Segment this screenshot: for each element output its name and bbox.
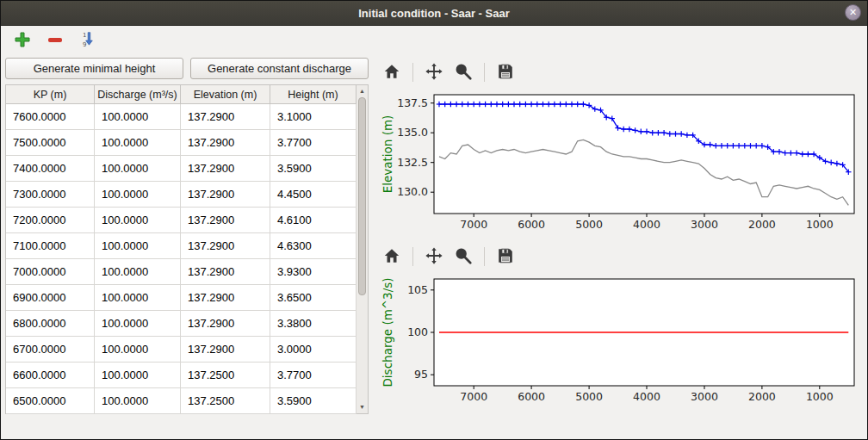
table-cell[interactable]: 137.2900 (181, 285, 270, 311)
close-button[interactable]: ✕ (845, 4, 861, 21)
table-cell[interactable]: 4.6100 (270, 208, 356, 233)
table-cell[interactable]: 137.2900 (181, 233, 270, 259)
svg-text:7000: 7000 (460, 218, 487, 231)
elevation-chart[interactable]: 7000600050004000300020001000130.0132.513… (379, 90, 859, 236)
initial-condition-table: KP (m)Discharge (m³/s)Elevation (m)Heigh… (5, 84, 356, 414)
table-cell[interactable]: 7000.0000 (6, 259, 95, 285)
table-cell[interactable]: 3.0000 (270, 337, 356, 363)
table-cell[interactable]: 100.0000 (95, 259, 181, 285)
table-cell[interactable]: 7100.0000 (6, 233, 95, 259)
table-cell[interactable]: 4.6300 (270, 233, 356, 259)
table-cell[interactable]: 137.2900 (181, 259, 270, 285)
table-cell[interactable]: 3.1000 (270, 104, 356, 130)
home-icon (382, 246, 401, 268)
discharge-chart-toolbar (379, 243, 859, 270)
svg-text:132.5: 132.5 (397, 156, 428, 169)
table-row: 7500.0000100.0000137.29003.7700 (6, 130, 356, 156)
table-cell[interactable]: 6800.0000 (6, 311, 95, 337)
scroll-down-icon[interactable]: ▼ (356, 402, 368, 412)
table-cell[interactable]: 6600.0000 (6, 363, 95, 388)
table-row: 6700.0000100.0000137.29003.0000 (6, 337, 356, 363)
table-cell[interactable]: 6900.0000 (6, 285, 95, 311)
svg-text:5000: 5000 (575, 390, 603, 403)
table-cell[interactable]: 137.2900 (181, 156, 270, 182)
add-row-button[interactable] (11, 29, 34, 52)
discharge-pan-button[interactable] (421, 245, 447, 269)
table-cell[interactable]: 100.0000 (95, 337, 181, 363)
remove-row-button[interactable] (44, 29, 66, 52)
elevation-pan-button[interactable] (421, 60, 447, 84)
toolbar-separator (412, 63, 413, 82)
table-cell[interactable]: 137.2900 (181, 337, 270, 363)
table-cell[interactable]: 100.0000 (95, 233, 181, 259)
buttons-row: Generate minimal height Generate constan… (5, 55, 369, 79)
elevation-home-button[interactable] (379, 60, 405, 84)
table-cell[interactable]: 6700.0000 (6, 337, 95, 363)
column-header[interactable]: Elevation (m) (181, 85, 270, 104)
column-header[interactable]: Height (m) (270, 85, 356, 104)
table-cell[interactable]: 100.0000 (95, 156, 181, 182)
svg-text:7000: 7000 (460, 390, 487, 403)
table-cell[interactable]: 100.0000 (95, 104, 181, 130)
table-cell[interactable]: 3.7700 (270, 363, 356, 388)
table-row: 6800.0000100.0000137.29003.3800 (6, 311, 356, 337)
svg-text:105: 105 (407, 283, 428, 296)
discharge-home-button[interactable] (379, 245, 405, 269)
svg-text:6000: 6000 (518, 390, 545, 403)
table-cell[interactable]: 7400.0000 (6, 156, 95, 182)
generate-constant-discharge-button[interactable]: Generate constant discharge (190, 58, 369, 79)
toolbar-separator (484, 63, 485, 82)
column-header[interactable]: Discharge (m³/s) (95, 85, 181, 104)
svg-text:2000: 2000 (748, 218, 776, 231)
table-cell[interactable]: 4.4500 (270, 182, 356, 208)
table-cell[interactable]: 137.2900 (181, 130, 270, 156)
table-cell[interactable]: 100.0000 (95, 388, 181, 414)
sort-rows-button[interactable]: 1 9 (77, 29, 99, 52)
table-cell[interactable]: 7300.0000 (6, 182, 95, 208)
svg-text:2000: 2000 (748, 390, 776, 403)
table-cell[interactable]: 3.6500 (270, 285, 356, 311)
svg-text:5000: 5000 (575, 218, 603, 231)
table-cell[interactable]: 100.0000 (95, 130, 181, 156)
table-cell[interactable]: 7600.0000 (6, 104, 95, 130)
toolbar-separator (484, 247, 485, 266)
generate-minimal-height-button[interactable]: Generate minimal height (5, 58, 183, 79)
table-cell[interactable]: 137.2900 (181, 311, 270, 337)
table-cell[interactable]: 100.0000 (95, 182, 181, 208)
table-cell[interactable]: 3.5900 (270, 388, 356, 414)
window: Initial condition - Saar - Saar ✕ 1 9 (0, 0, 868, 440)
svg-text:3000: 3000 (691, 390, 718, 403)
table-row: 6600.0000100.0000137.25003.7700 (6, 363, 356, 388)
table-cell[interactable]: 3.9300 (270, 259, 356, 285)
table-cell[interactable]: 100.0000 (95, 208, 181, 233)
table-cell[interactable]: 3.7700 (270, 130, 356, 156)
add-row-icon (14, 31, 31, 51)
table-scrollbar[interactable]: ▲ ▼ (356, 84, 369, 414)
table-cell[interactable]: 137.2500 (181, 363, 270, 388)
table-cell[interactable]: 7200.0000 (6, 208, 95, 233)
table-cell[interactable]: 3.3800 (270, 311, 356, 337)
scrollbar-thumb[interactable] (358, 97, 366, 295)
elevation-zoom-button[interactable] (450, 60, 476, 84)
table-cell[interactable]: 100.0000 (95, 311, 181, 337)
table-cell[interactable]: 100.0000 (95, 363, 181, 388)
table-cell[interactable]: 100.0000 (95, 285, 181, 311)
table-cell[interactable]: 3.5900 (270, 156, 356, 182)
table-row: 7400.0000100.0000137.29003.5900 (6, 156, 356, 182)
table-row: 6900.0000100.0000137.29003.6500 (6, 285, 356, 311)
table-cell[interactable]: 6500.0000 (6, 388, 95, 414)
table-body: 7600.0000100.0000137.29003.10007500.0000… (6, 104, 356, 414)
table-cell[interactable]: 137.2900 (181, 208, 270, 233)
column-header[interactable]: KP (m) (6, 85, 95, 104)
discharge-zoom-button[interactable] (450, 245, 476, 269)
scroll-up-icon[interactable]: ▲ (356, 86, 368, 96)
table-cell[interactable]: 137.2500 (181, 388, 270, 414)
table-cell[interactable]: 7500.0000 (6, 130, 95, 156)
table-cell[interactable]: 137.2900 (181, 182, 270, 208)
discharge-chart[interactable]: 700060005000400030002000100095100105Disc… (379, 274, 859, 408)
discharge-save-button[interactable] (493, 245, 518, 269)
table-cell[interactable]: 137.2900 (181, 104, 270, 130)
sort-digit-bottom: 9 (83, 41, 86, 48)
elevation-save-button[interactable] (493, 60, 518, 84)
table-row: 7300.0000100.0000137.29004.4500 (6, 182, 356, 208)
